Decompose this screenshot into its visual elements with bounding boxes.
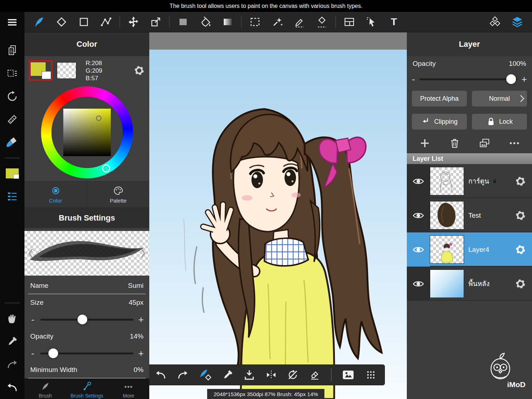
shape-tool-button[interactable] <box>73 12 95 32</box>
menu-button[interactable] <box>0 12 24 32</box>
layer-3-name[interactable]: Layer4 <box>465 246 509 253</box>
gradient-tool-button[interactable] <box>217 12 239 32</box>
transform-tool-button[interactable] <box>145 12 167 32</box>
layer-4-visibility-toggle[interactable] <box>407 267 430 301</box>
pages-button[interactable] <box>0 39 24 62</box>
layer-row-4[interactable]: พื้นหลัง <box>407 267 532 301</box>
text-tool-button[interactable]: T <box>383 12 405 32</box>
tab-more[interactable]: More <box>108 378 149 399</box>
layer-2-settings-button[interactable] <box>509 210 532 221</box>
layer-3-settings-button[interactable] <box>509 244 532 255</box>
material-image-button[interactable] <box>342 368 355 381</box>
foreground-color-button[interactable] <box>0 162 24 185</box>
hand-tool-button[interactable] <box>0 307 24 330</box>
select-list-button[interactable] <box>0 62 24 85</box>
clipping-button[interactable]: Clipping <box>412 114 467 130</box>
protect-alpha-button[interactable]: Protect Alpha <box>412 91 467 106</box>
tab-palette[interactable]: Palette <box>87 182 149 208</box>
eraser-tool-button[interactable] <box>50 12 73 32</box>
paint-tool-button[interactable] <box>0 131 24 154</box>
grid-button[interactable] <box>365 369 377 381</box>
marquee-select-button[interactable] <box>244 12 266 32</box>
select-eraser-button[interactable] <box>311 12 333 32</box>
brush-name-value: Sumi <box>128 282 144 290</box>
select-pen-button[interactable] <box>288 12 311 32</box>
layer-2-visibility-toggle[interactable] <box>407 198 430 232</box>
brush-next-button[interactable] <box>140 248 146 259</box>
layer-row-3[interactable]: Layer4 <box>407 232 532 267</box>
layer-1-thumbnail[interactable] <box>430 167 464 195</box>
reset-rotation-button[interactable] <box>287 369 299 381</box>
layer-4-name[interactable]: พื้นหลัง <box>465 280 509 287</box>
layer-2-thumbnail[interactable] <box>430 201 464 230</box>
tab-brush-settings[interactable]: Brush Settings <box>66 378 108 399</box>
canvas-page[interactable] <box>149 50 407 399</box>
undo-button[interactable] <box>155 369 167 381</box>
foreground-color-swatch[interactable] <box>29 60 53 81</box>
opacity-slider-knob[interactable] <box>49 349 58 358</box>
brush-tool-button[interactable] <box>28 12 50 32</box>
size-plus-button[interactable]: + <box>138 314 144 325</box>
layer-3-thumbnail[interactable] <box>430 235 464 264</box>
add-layer-button[interactable] <box>419 137 431 149</box>
blend-mode-button[interactable]: Normal <box>472 91 527 106</box>
layer-opacity-minus[interactable]: - <box>412 74 415 85</box>
transparent-color-swatch[interactable] <box>57 62 76 79</box>
redo-icon <box>6 359 18 370</box>
move-tool-button[interactable] <box>122 12 145 32</box>
brush-prev-button[interactable] <box>27 248 34 259</box>
polyline-tool-button[interactable] <box>95 12 117 32</box>
rotate-reset-button[interactable] <box>0 85 24 108</box>
layer-4-settings-button[interactable] <box>509 278 532 290</box>
brush-name-row[interactable]: Name Sumi <box>28 278 146 294</box>
size-slider-track[interactable] <box>40 319 133 321</box>
layer-opacity-track[interactable] <box>419 78 517 80</box>
size-slider-knob[interactable] <box>77 315 87 325</box>
ruler-button[interactable] <box>0 108 24 131</box>
save-button[interactable] <box>244 369 255 381</box>
redo-button[interactable] <box>177 369 188 381</box>
opacity-slider-track[interactable] <box>40 353 133 354</box>
layer-3-visibility-toggle[interactable] <box>407 232 430 267</box>
layer-opacity-knob[interactable] <box>506 74 516 84</box>
tab-color[interactable]: Color <box>24 182 87 208</box>
color-settings-button[interactable] <box>133 65 145 76</box>
tab-brush[interactable]: Brush <box>24 378 66 399</box>
redo-button[interactable] <box>0 353 24 376</box>
ruler-icon <box>6 114 18 125</box>
layers-panel-button[interactable] <box>506 12 528 32</box>
saturation-value-square[interactable] <box>63 109 111 156</box>
brush-list-button[interactable] <box>0 185 24 208</box>
opacity-plus-button[interactable]: + <box>138 348 144 359</box>
fill-color-button[interactable] <box>172 12 194 32</box>
undo-button[interactable] <box>0 376 24 399</box>
flip-horizontal-button[interactable] <box>265 369 277 381</box>
delete-layer-button[interactable] <box>449 137 460 149</box>
layer-more-button[interactable] <box>509 137 520 149</box>
layer-1-visibility-toggle[interactable] <box>407 164 430 198</box>
size-minus-button[interactable]: - <box>29 314 36 325</box>
layer-opacity-plus[interactable]: + <box>522 74 527 85</box>
sv-indicator[interactable] <box>96 115 101 121</box>
panel-divide-button[interactable] <box>338 12 360 32</box>
layer-row-1[interactable]: การ์ตูน <box>407 164 532 198</box>
eyedropper-button[interactable] <box>222 369 233 381</box>
layer-row-2[interactable]: Test <box>407 198 532 232</box>
layer-2-name[interactable]: Test <box>465 212 509 219</box>
merge-layer-button[interactable] <box>479 137 490 149</box>
magic-wand-button[interactable] <box>266 12 288 32</box>
clear-button[interactable] <box>309 369 320 381</box>
paint-bucket-button[interactable] <box>194 12 217 32</box>
layer-1-settings-button[interactable] <box>509 176 532 187</box>
brush-eraser-toggle-button[interactable] <box>199 368 212 381</box>
hue-indicator[interactable] <box>102 164 110 172</box>
min-width-row[interactable]: Minimum Width 0% <box>28 362 146 378</box>
brush-preview[interactable] <box>24 231 149 276</box>
select-move-button[interactable] <box>360 12 383 32</box>
layer-4-thumbnail[interactable] <box>430 269 464 298</box>
materials-button[interactable] <box>484 12 506 32</box>
layer-1-name[interactable]: การ์ตูน <box>465 177 509 185</box>
opacity-minus-button[interactable]: - <box>29 348 36 359</box>
eyedropper-button[interactable] <box>0 330 24 353</box>
lock-button[interactable]: Lock <box>472 114 527 130</box>
